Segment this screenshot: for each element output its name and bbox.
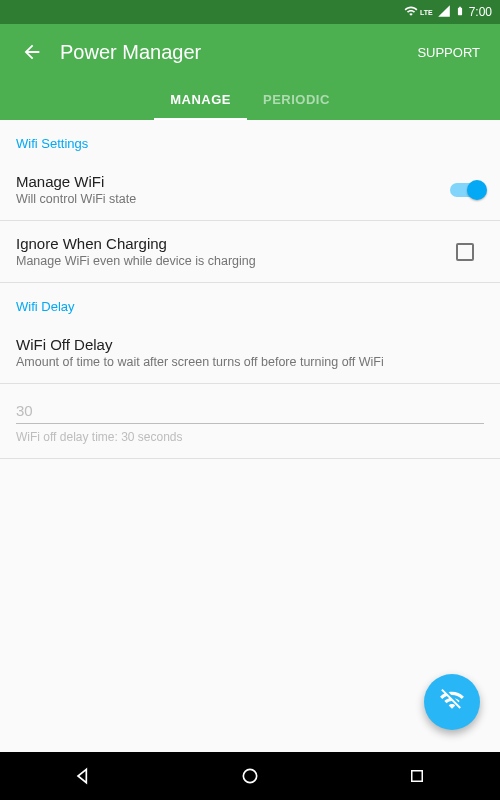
pref-sub: Will control WiFi state: [16, 192, 450, 206]
switch-thumb: [467, 180, 487, 200]
svg-rect-1: [411, 771, 422, 782]
clock-label: 7:00: [469, 5, 492, 19]
wifi-off-icon: [439, 687, 465, 717]
tab-periodic[interactable]: PERIODIC: [247, 80, 346, 120]
nav-bar: [0, 752, 500, 800]
pref-manage-wifi[interactable]: Manage WiFi Will control WiFi state: [0, 159, 500, 221]
section-header-wifi-settings: Wifi Settings: [0, 120, 500, 159]
pref-wifi-off-delay[interactable]: WiFi Off Delay Amount of time to wait af…: [0, 322, 500, 384]
ignore-charging-checkbox[interactable]: [456, 243, 474, 261]
cell-signal-icon: [437, 4, 451, 21]
svg-point-0: [243, 769, 256, 782]
divider: [0, 458, 500, 459]
section-header-wifi-delay: Wifi Delay: [0, 283, 500, 322]
nav-back[interactable]: [53, 756, 113, 796]
delay-block: 30 WiFi off delay time: 30 seconds: [0, 384, 500, 458]
page-title: Power Manager: [60, 41, 409, 64]
pref-sub: Amount of time to wait after screen turn…: [16, 355, 484, 369]
lte-label: LTE: [420, 9, 433, 16]
pref-sub: Manage WiFi even while device is chargin…: [16, 254, 456, 268]
pref-title: Manage WiFi: [16, 173, 450, 190]
support-button[interactable]: SUPPORT: [409, 37, 488, 68]
back-button[interactable]: [12, 32, 52, 72]
pref-title: Ignore When Charging: [16, 235, 456, 252]
fab-wifi-off[interactable]: [424, 674, 480, 730]
pref-title: WiFi Off Delay: [16, 336, 484, 353]
nav-home[interactable]: [220, 756, 280, 796]
pref-text: Manage WiFi Will control WiFi state: [16, 173, 450, 206]
tab-bar: MANAGE PERIODIC: [0, 80, 500, 120]
content: Wifi Settings Manage WiFi Will control W…: [0, 120, 500, 459]
pref-text: Ignore When Charging Manage WiFi even wh…: [16, 235, 456, 268]
tab-manage[interactable]: MANAGE: [154, 80, 247, 120]
app-bar: Power Manager SUPPORT MANAGE PERIODIC: [0, 24, 500, 120]
wifi-delay-caption: WiFi off delay time: 30 seconds: [16, 430, 484, 454]
nav-recent[interactable]: [387, 756, 447, 796]
manage-wifi-switch[interactable]: [450, 183, 484, 197]
wifi-icon: [404, 4, 418, 21]
pref-text: WiFi Off Delay Amount of time to wait af…: [16, 336, 484, 369]
pref-ignore-charging[interactable]: Ignore When Charging Manage WiFi even wh…: [0, 221, 500, 283]
status-bar: LTE 7:00: [0, 0, 500, 24]
battery-icon: [455, 4, 465, 21]
wifi-delay-input[interactable]: 30: [16, 398, 484, 424]
